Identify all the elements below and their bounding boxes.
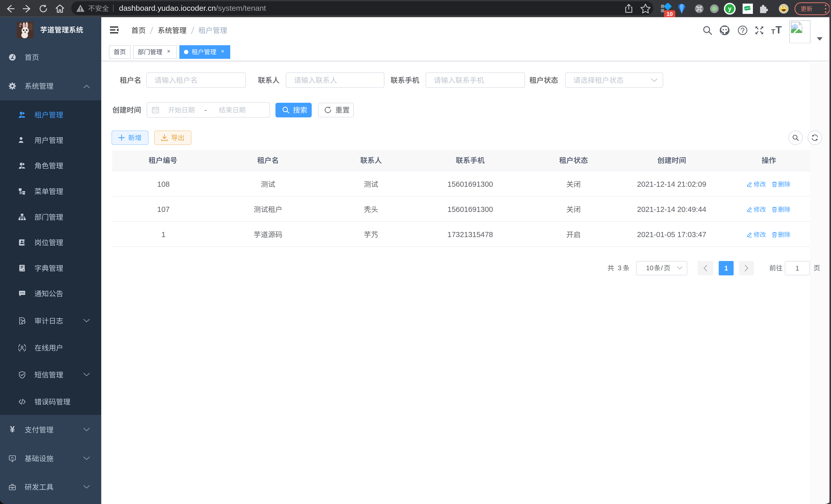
svg-text:y: y	[728, 5, 732, 12]
svg-text:¥: ¥	[10, 426, 15, 433]
